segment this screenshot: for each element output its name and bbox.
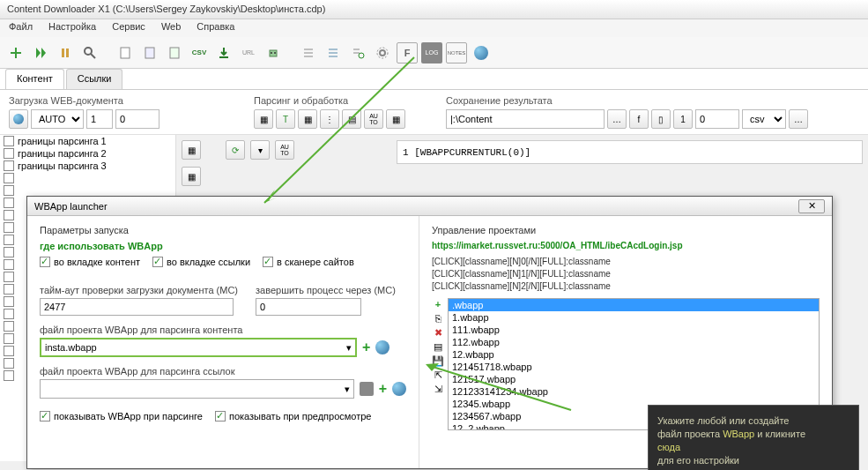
f-button[interactable]: f [629,109,649,129]
tmpl-button[interactable]: ▯ [651,109,671,129]
save-file-button[interactable]: 💾 [432,354,444,367]
proj-links-select[interactable]: ▾ [40,379,354,399]
checkbox-icon[interactable] [4,235,14,245]
play-icon[interactable] [30,42,51,63]
checkbox-icon[interactable] [40,257,50,267]
checkbox-icon[interactable] [4,346,14,356]
pages-input[interactable] [695,109,739,129]
checkbox-icon[interactable] [4,333,14,344]
checkbox-icon[interactable] [4,173,14,183]
f-icon[interactable]: F [397,42,418,63]
list-item[interactable]: 121451718.wbapp [449,361,819,373]
download-icon[interactable] [213,42,234,63]
refresh-list-icon[interactable] [347,42,368,63]
add-proj-links-button[interactable]: + [379,381,387,397]
checkbox-icon[interactable] [40,411,50,422]
browse-button[interactable]: … [607,109,627,129]
menu-service[interactable]: Сервис [112,21,145,35]
checkbox-icon[interactable] [4,148,14,159]
parse-btn4[interactable]: ⋮ [320,109,339,129]
doc3-icon[interactable] [164,42,185,63]
list-item[interactable]: 111.wbapp [449,324,819,336]
notes-icon[interactable]: NOTES [446,42,467,63]
auto-button[interactable]: AUTO [275,140,294,160]
list-item[interactable]: 1.wbapp [449,311,819,324]
parse-btn7[interactable]: ▦ [386,109,405,129]
copy-file-button[interactable]: ⎘ [432,312,444,325]
chk-show-preview[interactable]: показывать при предпросмотре [215,411,372,422]
import-file-button[interactable]: ⇲ [432,383,444,395]
list-item[interactable]: 112.wbapp [449,336,819,348]
delete-file-button[interactable]: ✖ [432,326,444,339]
tab-content[interactable]: Контент [5,69,64,89]
checkbox-icon[interactable] [4,185,14,196]
menu-help[interactable]: Справка [197,21,234,35]
list2-icon[interactable] [323,42,344,63]
checkbox-icon[interactable] [4,210,14,220]
checkbox-icon[interactable] [4,272,14,282]
parse-btn1[interactable]: ▦ [254,109,273,129]
calc-proj-links-icon[interactable] [360,382,374,396]
auto-select[interactable]: AUTO [31,109,84,129]
chk-links-tab[interactable]: во вкладке ссылки [152,257,250,267]
list-item[interactable]: .wbapp [449,299,819,311]
chk-show-parsing[interactable]: показывать WBApp при парсинге [40,411,203,422]
one-button[interactable]: 1 [673,109,693,129]
boundary-item[interactable] [0,172,175,184]
url-icon[interactable]: URL [238,42,259,63]
finish-input[interactable] [256,298,361,316]
checkbox-icon[interactable] [215,411,226,422]
list1-icon[interactable] [298,42,319,63]
pause-icon[interactable] [55,42,76,63]
tab-links[interactable]: Ссылки [66,69,123,89]
checkbox-icon[interactable] [263,257,273,267]
checkbox-icon[interactable] [4,222,14,233]
path-input[interactable] [446,109,605,129]
dialog-titlebar[interactable]: WBApp launcher ✕ [27,197,832,216]
menu-web[interactable]: Web [161,21,181,35]
grid-button[interactable]: ▦ [182,140,201,160]
doc2-icon[interactable] [139,42,160,63]
add-proj-content-button[interactable]: + [362,339,370,355]
parse-btn2[interactable]: T [276,109,295,129]
list-item[interactable]: 121233141234.wbapp [449,385,819,398]
format-select[interactable]: csv [742,109,786,129]
checkbox-icon[interactable] [4,309,14,319]
checkbox-icon[interactable] [4,198,14,208]
add-file-button[interactable]: + [432,298,444,310]
robot-icon[interactable] [263,42,284,63]
globe-toolbar-icon[interactable] [471,42,492,63]
boundary-item[interactable]: границы парсинга 2 [0,147,175,160]
count-input[interactable] [86,109,113,129]
menu-settings[interactable]: Настройка [48,21,96,35]
checkbox-icon[interactable] [4,259,14,270]
dots-button[interactable]: … [789,109,808,129]
menu-file[interactable]: Файл [9,21,33,35]
boundary-item[interactable] [0,184,175,197]
refresh-button[interactable]: ⟳ [226,140,245,160]
checkbox-icon[interactable] [4,296,14,307]
gear-icon[interactable] [372,42,393,63]
boundary-item[interactable]: границы парсинга 1 [0,135,175,147]
timeout-input[interactable] [40,298,234,316]
csv-icon[interactable]: CSV [189,42,210,63]
export-file-button[interactable]: ⇱ [432,369,444,381]
parse-btn5[interactable]: ▤ [342,109,361,129]
grid2-button[interactable]: ▦ [182,167,201,186]
checkbox-icon[interactable] [4,321,14,332]
checkbox-icon[interactable] [4,370,14,381]
add-icon[interactable] [5,42,26,63]
checkbox-icon[interactable] [4,136,14,146]
parse-btn6[interactable]: AUTO [364,109,383,129]
parse-btn3[interactable]: ▦ [298,109,317,129]
close-button[interactable]: ✕ [798,199,825,213]
dropdown-button[interactable]: ▾ [250,140,270,160]
globe-button[interactable] [9,109,28,129]
list-file-button[interactable]: ▤ [432,340,444,353]
chk-content-tab[interactable]: во вкладке контент [40,257,140,267]
globe-proj-links-icon[interactable] [392,382,406,396]
globe-proj-content-icon[interactable] [375,340,389,354]
boundary-item[interactable]: границы парсинга 3 [0,160,175,172]
doc1-icon[interactable] [115,42,136,63]
search-icon[interactable] [79,42,100,63]
